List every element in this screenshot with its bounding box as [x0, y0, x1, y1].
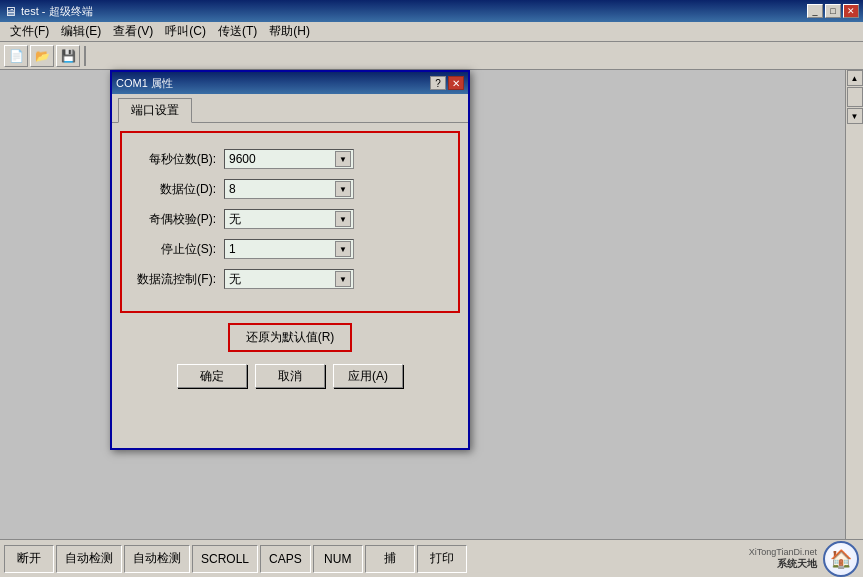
toolbar: 📄 📂 💾 [0, 42, 863, 70]
toolbar-open[interactable]: 📂 [30, 45, 54, 67]
status-disconnect: 断开 [4, 545, 54, 573]
menu-edit[interactable]: 编辑(E) [55, 21, 107, 42]
cancel-button[interactable]: 取消 [255, 364, 325, 388]
label-flowcontrol: 数据流控制(F): [134, 271, 224, 288]
parity-select[interactable]: 无 奇校验偶校验 标记空格 [227, 210, 351, 228]
title-bar: 🖥 test - 超级终端 _ □ ✕ [0, 0, 863, 22]
minimize-button[interactable]: _ [807, 4, 823, 18]
dialog: COM1 属性 ? ✕ 端口设置 每秒位数(B): 9600 110300120… [110, 70, 470, 450]
watermark-site: XiTongTianDi.net [749, 547, 817, 557]
label-parity: 奇偶校验(P): [134, 211, 224, 228]
label-stopbits: 停止位(S): [134, 241, 224, 258]
app-icon: 🖥 [4, 4, 17, 19]
close-button[interactable]: ✕ [843, 4, 859, 18]
dialog-close-button[interactable]: ✕ [448, 76, 464, 90]
status-capture: 捕 [365, 545, 415, 573]
watermark-logo: 🏠 [823, 541, 859, 577]
scroll-down-arrow[interactable]: ▼ [847, 108, 863, 124]
maximize-button[interactable]: □ [825, 4, 841, 18]
toolbar-separator [84, 46, 86, 66]
stopbits-select[interactable]: 1 1.52 [227, 240, 351, 258]
dialog-actions: 确定 取消 应用(A) [120, 356, 460, 396]
flowcontrol-select[interactable]: 无 Xon/Xoff硬件 [227, 270, 351, 288]
form-row-baud: 每秒位数(B): 9600 1103001200 2400480019200 3… [134, 149, 446, 169]
restore-defaults-button[interactable]: 还原为默认值(R) [228, 323, 353, 352]
restore-container: 还原为默认值(R) [120, 323, 460, 352]
form-row-flowcontrol: 数据流控制(F): 无 Xon/Xoff硬件 ▼ [134, 269, 446, 289]
menu-call[interactable]: 呼叫(C) [159, 21, 212, 42]
watermark-label: 系统天地 [777, 557, 817, 571]
dialog-help-button[interactable]: ? [430, 76, 446, 90]
baud-select[interactable]: 9600 1103001200 2400480019200 3840057600… [227, 150, 351, 168]
status-scroll: SCROLL [192, 545, 258, 573]
form-row-stopbits: 停止位(S): 1 1.52 ▼ [134, 239, 446, 259]
dialog-tabs: 端口设置 [112, 94, 468, 122]
dialog-title-buttons: ? ✕ [430, 76, 464, 90]
menu-view[interactable]: 查看(V) [107, 21, 159, 42]
select-baud[interactable]: 9600 1103001200 2400480019200 3840057600… [224, 149, 354, 169]
form-row-parity: 奇偶校验(P): 无 奇校验偶校验 标记空格 ▼ [134, 209, 446, 229]
menu-file[interactable]: 文件(F) [4, 21, 55, 42]
databits-select[interactable]: 8 567 [227, 180, 351, 198]
label-baud: 每秒位数(B): [134, 151, 224, 168]
select-stopbits[interactable]: 1 1.52 ▼ [224, 239, 354, 259]
scrollbar-right[interactable]: ▲ ▼ [845, 70, 863, 539]
dialog-title: COM1 属性 [116, 76, 173, 91]
ok-button[interactable]: 确定 [177, 364, 247, 388]
tab-port-settings[interactable]: 端口设置 [118, 98, 192, 123]
app-title: test - 超级终端 [21, 4, 93, 19]
status-num: NUM [313, 545, 363, 573]
watermark: XiTongTianDi.net 系统天地 🏠 [749, 541, 859, 577]
menu-bar: 文件(F) 编辑(E) 查看(V) 呼叫(C) 传送(T) 帮助(H) [0, 22, 863, 42]
status-bar: 断开 自动检测 自动检测 SCROLL CAPS NUM 捕 打印 XiTong… [0, 539, 863, 577]
select-flowcontrol[interactable]: 无 Xon/Xoff硬件 ▼ [224, 269, 354, 289]
status-caps: CAPS [260, 545, 311, 573]
label-databits: 数据位(D): [134, 181, 224, 198]
form-row-databits: 数据位(D): 8 567 ▼ [134, 179, 446, 199]
menu-help[interactable]: 帮助(H) [263, 21, 316, 42]
scroll-up-arrow[interactable]: ▲ [847, 70, 863, 86]
select-parity[interactable]: 无 奇校验偶校验 标记空格 ▼ [224, 209, 354, 229]
dialog-content: 每秒位数(B): 9600 1103001200 2400480019200 3… [112, 122, 468, 404]
watermark-text: XiTongTianDi.net 系统天地 [749, 547, 817, 571]
scroll-thumb[interactable] [847, 87, 863, 107]
status-auto-detect-2: 自动检测 [124, 545, 190, 573]
status-auto-detect-1: 自动检测 [56, 545, 122, 573]
toolbar-new[interactable]: 📄 [4, 45, 28, 67]
apply-button[interactable]: 应用(A) [333, 364, 403, 388]
toolbar-save[interactable]: 💾 [56, 45, 80, 67]
dialog-title-bar: COM1 属性 ? ✕ [112, 72, 468, 94]
menu-transfer[interactable]: 传送(T) [212, 21, 263, 42]
status-print: 打印 [417, 545, 467, 573]
form-panel: 每秒位数(B): 9600 1103001200 2400480019200 3… [120, 131, 460, 313]
select-databits[interactable]: 8 567 ▼ [224, 179, 354, 199]
title-bar-buttons: _ □ ✕ [807, 4, 859, 18]
